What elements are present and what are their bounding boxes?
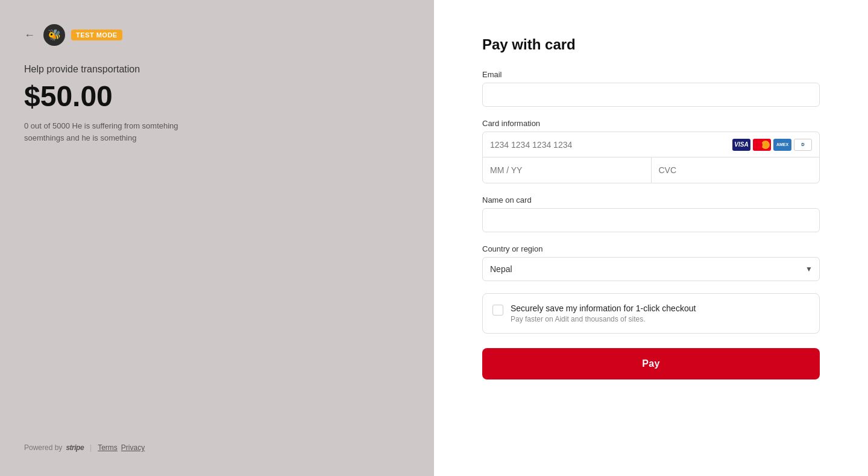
country-label: Country or region (482, 244, 820, 253)
save-info-checkbox[interactable] (492, 305, 503, 316)
card-number-row: VISA AMEX D (483, 132, 819, 157)
privacy-link[interactable]: Privacy (121, 443, 145, 452)
name-on-card-input[interactable] (482, 208, 820, 232)
card-cvc-input[interactable] (652, 157, 820, 183)
visa-icon: VISA (732, 139, 750, 151)
form-title: Pay with card (482, 36, 820, 53)
test-mode-badge: TEST MODE (71, 30, 122, 40)
stripe-label: stripe (66, 443, 84, 452)
save-info-subtitle: Pay faster on Aidit and thousands of sit… (511, 315, 810, 323)
email-group: Email (482, 70, 820, 107)
org-logo: 🐝 (43, 24, 65, 46)
email-label: Email (482, 70, 820, 79)
footer-divider: | (90, 443, 92, 452)
back-button[interactable]: ← (24, 29, 35, 42)
name-on-card-group: Name on card (482, 195, 820, 232)
campaign-description: 0 out of 5000 He is suffering from somte… (24, 120, 410, 144)
country-select[interactable]: Nepal United States United Kingdom India… (482, 257, 820, 281)
amex-icon: AMEX (773, 139, 791, 151)
country-select-wrapper: Nepal United States United Kingdom India… (482, 257, 820, 281)
email-input[interactable] (482, 83, 820, 107)
campaign-title: Help provide transportation (24, 64, 410, 75)
card-info-label: Card information (482, 119, 820, 128)
save-info-title: Securely save my information for 1-click… (511, 303, 810, 313)
left-footer: Powered by stripe | Terms Privacy (24, 443, 410, 452)
campaign-amount: $50.00 (24, 80, 410, 113)
left-panel: ← 🐝 TEST MODE Help provide transportatio… (0, 0, 434, 476)
card-number-input[interactable] (490, 140, 732, 150)
card-icons: VISA AMEX D (732, 139, 812, 151)
save-info-text: Securely save my information for 1-click… (511, 303, 810, 323)
left-main-content: Help provide transportation $50.00 0 out… (24, 46, 410, 144)
diners-icon: D (794, 139, 812, 151)
mastercard-icon (753, 139, 771, 151)
card-expiry-input[interactable] (483, 157, 652, 183)
powered-by-label: Powered by (24, 443, 62, 452)
card-expiry-cvc-row (483, 157, 819, 183)
pay-button[interactable]: Pay (482, 348, 820, 379)
right-panel: Pay with card Email Card information VIS… (434, 0, 868, 476)
left-header: ← 🐝 TEST MODE (24, 24, 410, 46)
terms-link[interactable]: Terms (98, 443, 118, 452)
card-info-container: VISA AMEX D (482, 132, 820, 183)
save-info-container: Securely save my information for 1-click… (482, 293, 820, 334)
name-on-card-label: Name on card (482, 195, 820, 205)
card-info-group: Card information VISA AMEX D (482, 119, 820, 183)
country-group: Country or region Nepal United States Un… (482, 244, 820, 281)
